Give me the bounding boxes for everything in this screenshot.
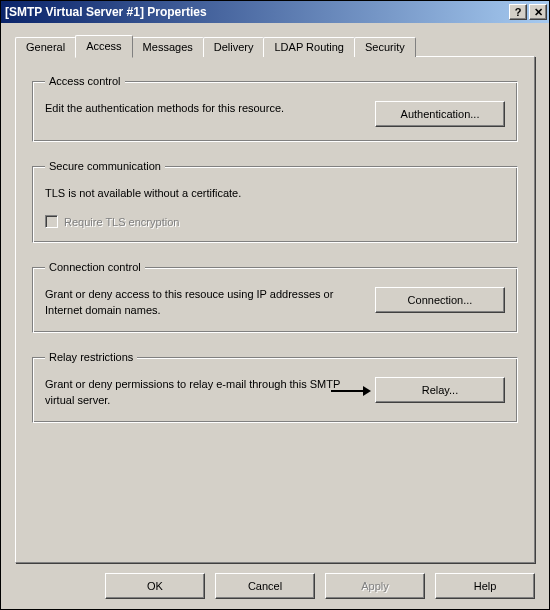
group-connection-control: Connection control Grant or deny access … [32,261,518,333]
tab-security[interactable]: Security [354,37,416,57]
window-title: [SMTP Virtual Server #1] Properties [5,5,507,19]
close-button[interactable]: ✕ [529,4,547,20]
relay-button[interactable]: Relay... [375,377,505,403]
tab-messages[interactable]: Messages [132,37,204,57]
client-area: General Access Messages Delivery LDAP Ro… [1,23,549,609]
desc-access-control: Edit the authentication methods for this… [45,101,365,116]
legend-access-control: Access control [45,75,125,87]
group-access-control: Access control Edit the authentication m… [32,75,518,142]
checkbox-box-require-tls [45,215,58,228]
properties-window: [SMTP Virtual Server #1] Properties ? ✕ … [0,0,550,610]
legend-secure-communication: Secure communication [45,160,165,172]
cancel-button[interactable]: Cancel [215,573,315,599]
title-controls: ? ✕ [507,4,547,20]
connection-button[interactable]: Connection... [375,287,505,313]
group-relay-restrictions: Relay restrictions Grant or deny permiss… [32,351,518,423]
dialog-button-row: OK Cancel Apply Help [15,563,535,599]
tabstrip: General Access Messages Delivery LDAP Ro… [15,35,535,57]
tab-access[interactable]: Access [75,35,132,58]
desc-secure-communication: TLS is not available without a certifica… [45,186,505,201]
ok-button[interactable]: OK [105,573,205,599]
authentication-button[interactable]: Authentication... [375,101,505,127]
group-secure-communication: Secure communication TLS is not availabl… [32,160,518,243]
apply-button[interactable]: Apply [325,573,425,599]
tab-delivery[interactable]: Delivery [203,37,265,57]
legend-connection-control: Connection control [45,261,145,273]
tab-general[interactable]: General [15,37,76,57]
help-button-bottom[interactable]: Help [435,573,535,599]
checkbox-require-tls: Require TLS encryption [45,215,505,228]
tab-ldap-routing[interactable]: LDAP Routing [263,37,355,57]
tabpanel-access: Access control Edit the authentication m… [15,56,535,563]
checkbox-label-require-tls: Require TLS encryption [64,216,179,228]
desc-connection-control: Grant or deny access to this resouce usi… [45,287,365,318]
titlebar: [SMTP Virtual Server #1] Properties ? ✕ [1,1,549,23]
legend-relay-restrictions: Relay restrictions [45,351,137,363]
desc-relay-restrictions: Grant or deny permissions to relay e-mai… [45,377,365,408]
help-button[interactable]: ? [509,4,527,20]
